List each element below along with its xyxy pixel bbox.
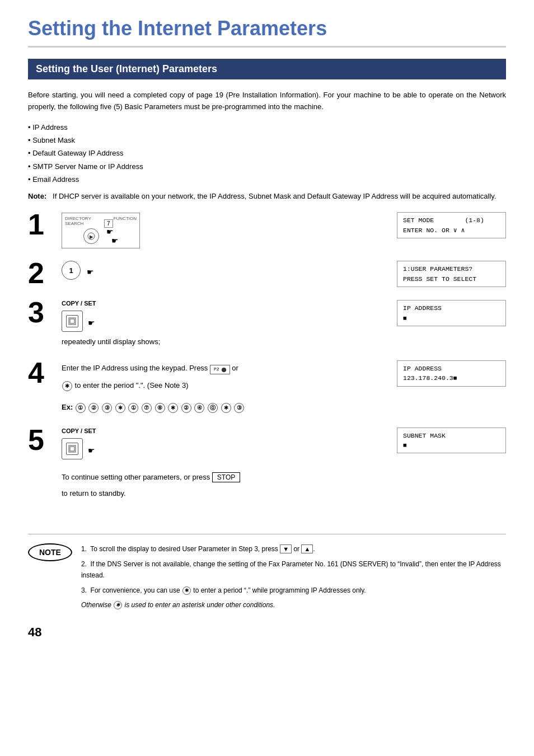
step-5-return: to return to standby. [62, 488, 126, 500]
ex-8: ④ [194, 403, 204, 413]
stop-button[interactable]: STOP [212, 472, 240, 482]
svg-rect-5 [70, 447, 74, 451]
arrow-buttons: ☛ ☛ [101, 227, 119, 245]
step-3-display: IP ADDRESS ■ [397, 300, 506, 326]
star-button[interactable]: ✱ [62, 381, 72, 391]
svg-rect-3 [70, 319, 74, 323]
list-item: SMTP Server Name or IP Address [28, 160, 506, 173]
ex-7: ② [181, 403, 191, 413]
finger-icon-4: ☛ [88, 318, 95, 327]
screen-line-10: ■ [403, 440, 500, 450]
star-note-2: ✱ [114, 601, 122, 609]
step-5-visual: COPY / SET ☛ [62, 428, 391, 500]
down-arrow-box: ▼ [280, 544, 292, 553]
screen-line-3: 1:USER PARAMETERS? [403, 264, 500, 274]
step-4-display: IP ADDRESS 123.178.240.3■ [397, 360, 506, 387]
function-label: FUNCTION [114, 216, 137, 226]
page-number: 48 [28, 625, 506, 640]
screen-line-7: IP ADDRESS [403, 364, 500, 373]
finger-icon-3: ☛ [87, 267, 94, 276]
step-2-content: 1 ☛ 1:USER PARAMETERS? PRESS SET TO SELE… [62, 261, 506, 287]
p2-label: P2 [214, 366, 219, 373]
ex-2: ② [88, 403, 99, 413]
step-3-visual: COPY / SET ☛ repeatedly until display sh… [62, 300, 391, 348]
step1-top-labels: DIRECTORYSEARCH FUNCTION [65, 216, 137, 226]
star-note: ✱ [182, 586, 191, 595]
note-item-2: 2. If the DNS Server is not available, c… [81, 558, 506, 581]
step-2-screen: 1:USER PARAMETERS? PRESS SET TO SELECT [397, 261, 506, 287]
ex-line: Ex: ① ② ③ ✱ ① ⑦ ⑧ ✱ ② ④ ⓪ ✱ ③ [62, 403, 391, 413]
step-2-visual: 1 ☛ [62, 261, 391, 280]
ex-star-3: ✱ [221, 403, 231, 413]
section-header: Setting the User (Internet) Parameters [28, 59, 506, 79]
step4-details: Enter the IP Address using the keypad. P… [62, 360, 391, 415]
step-5-number: 5 [28, 425, 62, 454]
step-4-text: Enter the IP Address using the keypad. P… [62, 363, 391, 374]
list-item: Subnet Mask [28, 134, 506, 147]
step-5-screen: SUBNET MASK ■ [397, 428, 506, 454]
step-5-content: COPY / SET ☛ [62, 428, 506, 500]
note-box: NOTE 1. To scroll the display to desired… [28, 534, 506, 614]
copy-set-inner [66, 315, 78, 327]
num7-display: 7 [104, 219, 113, 228]
step-4-number: 4 [28, 358, 62, 387]
finger-icon-5: ☛ [88, 446, 95, 455]
steps-area: 1 DIRECTORYSEARCH FUNCTION 7 [28, 212, 506, 499]
step-3-subtext: repeatedly until display shows; [62, 336, 160, 348]
ex-5: ⑦ [142, 403, 152, 413]
step-3-number: 3 [28, 298, 62, 327]
requirements-list: IP Address Subnet Mask Default Gateway I… [28, 121, 506, 186]
step-4-visual: Enter the IP Address using the keypad. P… [62, 360, 391, 415]
step-1-display: SET MODE (1-8) ENTER NO. OR ∨ ∧ [397, 212, 506, 238]
step-4-row: 4 Enter the IP Address using the keypad.… [28, 360, 506, 415]
copy-set-button-3[interactable] [62, 311, 83, 332]
note-inline: Note: If DHCP server is available on you… [28, 191, 506, 203]
note-oval: NOTE [28, 543, 72, 561]
note-label: Note: [28, 192, 46, 200]
ex-3: ③ [102, 403, 112, 413]
finger-icon: ☛ [106, 227, 114, 236]
step-4-content: Enter the IP Address using the keypad. P… [62, 360, 506, 415]
ex-star-2: ✱ [168, 403, 178, 413]
intro-paragraph: Before starting, you will need a complet… [28, 90, 506, 113]
screen-line-2: ENTER NO. OR ∨ ∧ [403, 226, 500, 235]
copy-set-label-5: COPY / SET [62, 428, 96, 434]
ex-10: ③ [234, 403, 244, 413]
list-item: Email Address [28, 173, 506, 186]
screen-line-8: 123.178.240.3■ [403, 373, 500, 383]
step-1-number: 1 [28, 210, 62, 239]
svg-text:▶: ▶ [90, 234, 93, 240]
step1-buttons-row: ▶ ☛ ☛ [83, 227, 119, 245]
dot-icon [222, 368, 226, 372]
note-text: If DHCP server is available on your netw… [49, 192, 496, 200]
copy-set-button-5[interactable] [62, 438, 83, 459]
page-title: Setting the Internet Parameters [28, 17, 506, 48]
step-1-screen: SET MODE (1-8) ENTER NO. OR ∨ ∧ [397, 212, 506, 238]
step-1-content: DIRECTORYSEARCH FUNCTION 7 ▶ [62, 212, 506, 248]
screen-line-4: PRESS SET TO SELECT [403, 274, 500, 284]
step-1-visual: DIRECTORYSEARCH FUNCTION 7 ▶ [62, 212, 391, 248]
start-button[interactable]: ▶ [83, 228, 99, 244]
finger-icon-2: ☛ [111, 236, 119, 245]
note-item-3: 3. For convenience, you can use ✱ to ent… [81, 585, 506, 596]
key-1-button[interactable]: 1 [62, 261, 81, 280]
directory-search-label: DIRECTORYSEARCH [65, 216, 91, 226]
note-content: 1. To scroll the display to desired User… [81, 543, 506, 614]
ex-4: ① [128, 403, 138, 413]
screen-line-6: ■ [403, 313, 500, 323]
screen-line-9: SUBNET MASK [403, 431, 500, 440]
step-3-screen: IP ADDRESS ■ [397, 300, 506, 326]
note-item-4: Otherwise ✱ is used to enter an asterisk… [81, 599, 506, 611]
step-5-row: 5 COPY / SET ☛ [28, 428, 506, 500]
step1-panel: DIRECTORYSEARCH FUNCTION 7 ▶ [62, 213, 140, 248]
list-item: IP Address [28, 121, 506, 134]
step-2-number: 2 [28, 259, 62, 288]
list-item: Default Gateway IP Address [28, 147, 506, 159]
step-3-content: COPY / SET ☛ repeatedly until display sh… [62, 300, 506, 348]
ex-1: ① [76, 403, 86, 413]
copy-set-label-3: COPY / SET [62, 300, 96, 307]
step-1-row: 1 DIRECTORYSEARCH FUNCTION 7 [28, 212, 506, 248]
step-5-continue: To continue setting other parameters, or… [62, 472, 240, 483]
p2-button[interactable]: P2 [210, 365, 230, 374]
step-5-display: SUBNET MASK ■ [397, 428, 506, 454]
